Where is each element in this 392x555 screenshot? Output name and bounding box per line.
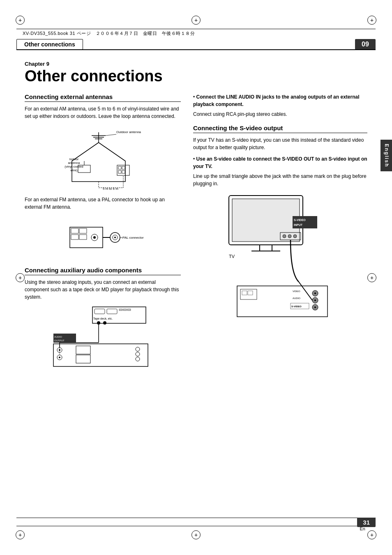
page-number: 31	[357, 518, 376, 527]
section-heading-svideo: Connecting the S-video output	[193, 124, 367, 133]
header-bottom-line	[16, 49, 376, 50]
svg-text:Tape deck, etc.: Tape deck, etc.	[93, 317, 113, 320]
svg-rect-78	[242, 291, 247, 295]
svg-text:Outdoor antenna: Outdoor antenna	[116, 130, 141, 134]
svg-text:VIDEO: VIDEO	[293, 290, 300, 292]
svg-rect-27	[71, 235, 78, 240]
svg-rect-15	[117, 165, 129, 175]
svideo-bullet-text: Line up the small triangle above the jac…	[193, 173, 367, 187]
am-antenna-diagram: Indoor antenna (vinyl-coated wire) Outdo…	[25, 124, 181, 192]
svg-point-61	[103, 321, 106, 325]
svg-text:antenna: antenna	[68, 161, 80, 165]
col-left: Connecting external antennas For an exte…	[25, 93, 181, 375]
svg-point-30	[93, 236, 96, 239]
svideo-diagram-svg: S-VIDEO INPUT TV	[225, 191, 336, 327]
top-line-1	[16, 29, 376, 29]
svg-point-56	[136, 357, 140, 361]
two-col-layout: Connecting external antennas For an exte…	[25, 93, 367, 375]
svideo-text: If your TV has an S-video input, you can…	[193, 136, 367, 151]
section-heading-antennas: Connecting external antennas	[25, 93, 181, 102]
svg-text:OUTPUT: OUTPUT	[54, 339, 65, 342]
svg-text:TV: TV	[229, 254, 235, 259]
svg-rect-79	[248, 291, 253, 295]
svg-text:(vinyl-coated: (vinyl-coated	[65, 165, 83, 168]
jp-header: XV-DV353_555.book 31 ページ ２００６年４月７日 金曜日 午…	[23, 30, 195, 37]
svg-rect-40	[119, 309, 122, 311]
svg-rect-38	[95, 309, 105, 314]
page: XV-DV353_555.book 31 ページ ２００６年４月７日 金曜日 午…	[0, 0, 392, 555]
s-video-section: Connecting the S-video output If your TV…	[193, 124, 367, 327]
header-area: Other connections 09	[16, 39, 376, 50]
svg-text:INPUT: INPUT	[294, 223, 303, 226]
reg-mark-bl	[16, 530, 25, 539]
svg-line-90	[299, 282, 312, 300]
svg-rect-16	[118, 166, 121, 169]
content-area: Chapter 9 Other connections Connecting e…	[25, 53, 367, 514]
chapter-title: Other connections	[25, 68, 367, 85]
antenna-text1: For an external AM antenna, use 5 m to 6…	[25, 105, 181, 120]
svg-line-14	[106, 134, 116, 136]
svg-text:AUDIO: AUDIO	[54, 336, 62, 338]
auxiliary-text: Using the stereo analog inputs, you can …	[25, 279, 181, 301]
col-right: • Connect the LINE AUDIO IN jacks to the…	[193, 93, 367, 375]
svg-rect-53	[76, 355, 90, 363]
svg-rect-68	[293, 216, 317, 228]
bullet-symbol-2: •	[193, 156, 196, 162]
svg-point-81	[314, 292, 316, 294]
svg-point-51	[59, 357, 60, 358]
svg-point-85	[314, 306, 316, 308]
svg-rect-47	[53, 344, 148, 366]
auxiliary-audio-section: Connecting auxiliary audio components Us…	[25, 267, 181, 371]
svg-rect-39	[107, 309, 117, 314]
svg-rect-25	[71, 228, 78, 233]
svg-point-73	[288, 235, 291, 238]
am-antenna-svg: Indoor antenna (vinyl-coated wire) Outdo…	[55, 124, 150, 192]
svg-marker-0	[72, 143, 125, 182]
svg-text:AUDIO: AUDIO	[293, 297, 300, 299]
svideo-diagram-container: S-VIDEO INPUT TV	[193, 191, 367, 327]
svg-text:S-VIDEO: S-VIDEO	[294, 219, 306, 221]
reg-mark-tr	[367, 16, 376, 25]
svg-rect-42	[127, 309, 131, 311]
chapter-label: Chapter 9	[25, 61, 367, 67]
line-audio-bullet: • Connect the LINE AUDIO IN jacks to the…	[193, 93, 367, 108]
svg-point-83	[314, 299, 316, 301]
audio-diagram-container: Tape deck, etc. AUDIO OUTPUT	[25, 305, 181, 371]
svg-line-2	[99, 143, 125, 161]
svg-text:Indoor: Indoor	[69, 157, 79, 161]
svg-rect-28	[79, 235, 87, 240]
svg-text:wire): wire)	[70, 168, 78, 172]
svg-point-74	[293, 235, 297, 238]
svg-text:S-VIDEO: S-VIDEO	[291, 305, 302, 308]
reg-mark-bm	[191, 530, 201, 539]
svg-point-33	[114, 237, 116, 238]
reg-mark-br	[367, 530, 376, 539]
chapter-number: 09	[355, 39, 376, 50]
svg-rect-17	[122, 166, 125, 169]
section-heading-auxiliary: Connecting auxiliary audio components	[25, 267, 181, 275]
svg-text:PAL connector: PAL connector	[122, 236, 144, 240]
footer-bar	[16, 518, 376, 518]
svg-rect-41	[123, 309, 127, 311]
svg-rect-19	[122, 170, 125, 173]
header-title: Other connections	[16, 39, 83, 50]
bullet-symbol: •	[193, 94, 196, 100]
page-en: En	[360, 526, 365, 531]
reg-mark-tm	[191, 16, 201, 25]
audio-diagram-svg: Tape deck, etc. AUDIO OUTPUT	[51, 305, 154, 371]
svg-point-60	[97, 321, 100, 325]
svg-point-72	[283, 235, 286, 238]
svg-point-55	[136, 352, 140, 356]
svg-text:5 m to 6 m: 5 m to 6 m	[103, 187, 118, 191]
line-audio-text: Connect using RCA pin-plug stereo cables…	[193, 111, 367, 118]
svg-rect-52	[76, 346, 90, 354]
svg-point-54	[136, 347, 140, 351]
footer-bar-2	[16, 526, 376, 526]
svg-rect-18	[118, 170, 121, 173]
svideo-bullet: • Use an S-video cable to connect the S-…	[193, 155, 367, 170]
line-audio-bold: Connect the LINE AUDIO IN jacks to the a…	[193, 94, 359, 107]
english-tab: English	[380, 140, 392, 171]
svg-rect-26	[79, 228, 87, 233]
fm-antenna-svg: PAL connector	[62, 215, 144, 260]
reg-mark-tl	[16, 16, 25, 25]
